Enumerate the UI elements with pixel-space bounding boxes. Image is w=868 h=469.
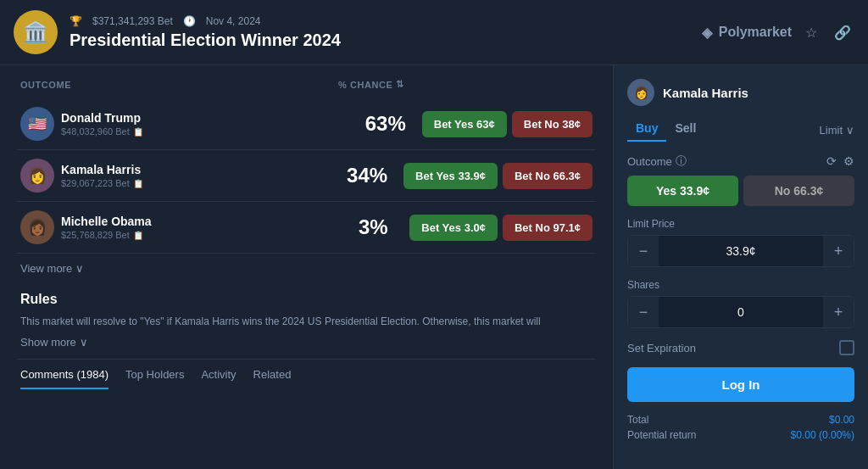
outcome-bet: $25,768,829 Bet 📋 [61,230,337,240]
outcome-row: 🇺🇸 Donald Trump $48,032,960 Bet 📋 63% Be… [17,98,596,150]
sell-tab[interactable]: Sell [666,118,704,142]
tab-comments[interactable]: Comments (1984) [20,368,108,389]
no-button[interactable]: No 66.3¢ [743,176,854,206]
trophy-icon: 🏆 [70,15,82,27]
outcome-actions: Bet Yes 33.9¢ Bet No 66.3¢ [403,163,593,189]
limit-price-stepper: − 33.9¢ + [627,235,854,267]
avatar: 👩🏾 [20,210,54,244]
header-info: 🏆 $371,341,293 Bet 🕐 Nov 4, 2024 Preside… [70,15,690,50]
view-more-button[interactable]: View more ∨ [17,254,87,283]
table-header: OUTCOME % CHANCE ⇅ [17,79,596,90]
total-value: $0.00 [829,414,854,426]
outcome-label-row: Outcome ⓘ ⟳ ⚙ [627,154,854,169]
shares-minus[interactable]: − [628,297,659,327]
yes-button[interactable]: Yes 33.9¢ [627,176,738,206]
outcome-chance: 63% [356,112,415,136]
meta-date: Nov 4, 2024 [206,15,261,27]
outcome-label: Outcome ⓘ [627,154,687,169]
login-button[interactable]: Log In [627,367,854,402]
polymarket-label: Polymarket [719,25,792,40]
bet-yes-button[interactable]: Bet Yes 63¢ [422,111,507,137]
outcome-row: 👩🏾 Michelle Obama $25,768,829 Bet 📋 3% B… [17,202,596,254]
info-icon: 📋 [133,179,143,188]
polymarket-icon: ◈ [702,25,712,41]
return-label: Potential return [627,429,696,441]
rules-section: Rules This market will resolve to "Yes" … [17,283,596,352]
outcome-name: Kamala Harris [61,163,331,176]
link-button[interactable]: 🔗 [831,21,854,44]
outcome-info: Michelle Obama $25,768,829 Bet 📋 [61,215,337,240]
refresh-button[interactable]: ⟳ [826,154,837,168]
header-meta: 🏆 $371,341,293 Bet 🕐 Nov 4, 2024 [70,15,690,27]
outcome-icons: ⟳ ⚙ [826,154,854,168]
shares-value: 0 [659,305,823,319]
shares-stepper: − 0 + [627,296,854,328]
shares-section: Shares − 0 + [627,279,854,328]
header: 🏛️ 🏆 $371,341,293 Bet 🕐 Nov 4, 2024 Pres… [0,0,868,65]
limit-select[interactable]: Limit ∨ [820,124,854,137]
outcome-bet: $48,032,960 Bet 📋 [61,126,349,137]
info-icon: ⓘ [676,154,687,169]
limit-price-section: Limit Price − 33.9¢ + [627,218,854,267]
star-button[interactable]: ☆ [802,21,821,44]
tab-activity[interactable]: Activity [201,368,236,389]
sort-icon[interactable]: ⇅ [396,79,404,90]
outcomes-list: 🇺🇸 Donald Trump $48,032,960 Bet 📋 63% Be… [17,98,596,254]
return-row: Potential return $0.00 (0.00%) [627,429,854,441]
expiry-checkbox[interactable] [839,340,854,355]
expiry-label: Set Expiration [627,342,696,355]
right-panel-header: 👩 Kamala Harris [627,79,854,106]
limit-price-label: Limit Price [627,218,854,230]
outcome-name: Donald Trump [61,111,349,125]
info-icon: 📋 [133,231,143,240]
bet-no-button[interactable]: Bet No 97.1¢ [503,215,593,241]
outcome-info: Kamala Harris $29,067,223 Bet 📋 [61,163,331,188]
rules-title: Rules [20,292,593,307]
col-outcome-header: OUTCOME [20,80,338,90]
buy-tab[interactable]: Buy [627,118,666,142]
limit-price-value: 33.9¢ [659,244,823,258]
total-row: Total $0.00 [627,414,854,426]
outcome-chance: 3% [343,215,403,239]
chevron-down-icon: ∨ [846,124,854,137]
chevron-down-icon: ∨ [75,262,84,275]
tab-related[interactable]: Related [253,368,292,389]
tab-top-holders[interactable]: Top Holders [125,368,184,389]
right-panel: 👩 Kamala Harris Buy Sell Limit ∨ Outcome… [614,65,868,469]
show-more-button[interactable]: Show more ∨ [20,332,88,352]
limit-price-minus[interactable]: − [628,236,659,266]
info-icon: 📋 [133,127,143,137]
page-title: Presidential Election Winner 2024 [70,31,690,50]
col-chance-header: % CHANCE ⇅ [338,79,406,90]
main: OUTCOME % CHANCE ⇅ 🇺🇸 Donald Trump $48,0… [0,65,868,469]
shares-plus[interactable]: + [823,297,854,327]
avatar: 👩 [20,159,54,193]
limit-price-plus[interactable]: + [823,236,854,266]
return-value: $0.00 (0.00%) [791,429,854,441]
expiry-row: Set Expiration [627,340,854,355]
polymarket-badge: ◈ Polymarket [702,25,792,41]
right-avatar: 👩 [627,79,654,106]
outcome-actions: Bet Yes 63¢ Bet No 38¢ [422,111,593,137]
bottom-tabs: Comments (1984) Top Holders Activity Rel… [17,359,596,389]
chevron-down-icon: ∨ [80,336,88,349]
header-logo: 🏛️ [14,10,58,54]
header-right: ◈ Polymarket ☆ 🔗 [702,21,854,44]
outcome-bet: $29,067,223 Bet 📋 [61,178,331,188]
bet-yes-button[interactable]: Bet Yes 3.0¢ [409,215,498,241]
gear-button[interactable]: ⚙ [843,154,854,168]
avatar: 🇺🇸 [20,107,54,141]
right-name: Kamala Harris [663,86,748,100]
bet-no-button[interactable]: Bet No 38¢ [512,111,593,137]
shares-label: Shares [627,279,854,291]
yes-no-buttons: Yes 33.9¢ No 66.3¢ [627,176,854,206]
outcome-name: Michelle Obama [61,215,337,228]
meta-bet: $371,341,293 Bet [92,15,173,27]
bet-no-button[interactable]: Bet No 66.3¢ [503,163,593,189]
clock-icon: 🕐 [183,15,196,27]
rules-text: This market will resolve to "Yes" if Kam… [20,314,593,329]
outcome-section: Outcome ⓘ ⟳ ⚙ Yes 33.9¢ No 66.3¢ [627,154,854,206]
outcome-info: Donald Trump $48,032,960 Bet 📋 [61,111,349,137]
total-label: Total [627,414,648,426]
bet-yes-button[interactable]: Bet Yes 33.9¢ [403,163,498,189]
